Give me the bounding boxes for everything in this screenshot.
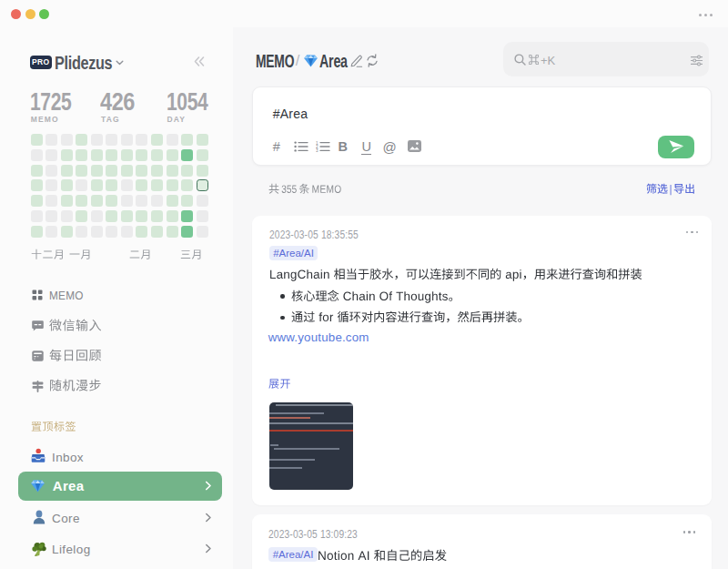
svg-text:3: 3: [316, 148, 318, 152]
